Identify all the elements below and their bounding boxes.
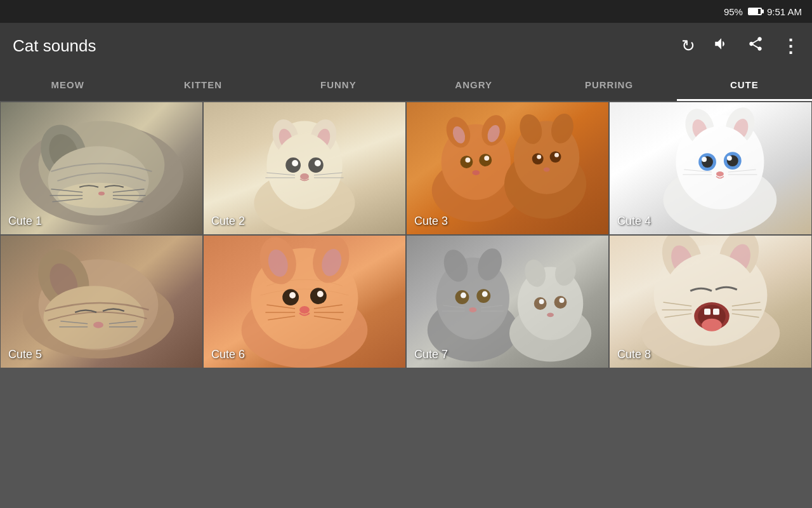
more-options-button[interactable]: ⋮ [782,36,799,57]
svg-point-55 [685,126,754,204]
grid-item-cute5[interactable]: Cute 5 [0,235,203,368]
svg-point-39 [472,170,480,175]
battery-percentage: 95% [724,6,743,17]
svg-point-19 [274,133,334,203]
app-bar-actions: ↻ ⋮ [681,36,799,57]
svg-rect-127 [713,309,719,315]
svg-point-62 [716,171,724,177]
svg-point-113 [539,299,544,304]
svg-point-23 [315,160,321,166]
sound-grid: Cute 1 Cute 2 [0,102,812,368]
battery-icon [748,8,762,15]
svg-point-125 [702,319,722,331]
status-bar: 95% 9:51 AM [0,0,812,23]
tab-meow[interactable]: MEOW [0,69,135,101]
grid-label-cute7: Cute 7 [414,348,448,361]
grid-item-cute2[interactable]: Cute 2 [203,102,406,235]
grid-label-cute3: Cute 3 [414,215,448,228]
svg-point-22 [292,160,298,166]
svg-point-86 [317,291,324,297]
svg-point-38 [484,156,489,161]
tab-kitten[interactable]: KITTEN [135,69,270,101]
app-bar: Cat sounds ↻ ⋮ [0,23,812,69]
grid-label-cute2: Cute 2 [211,215,245,228]
svg-point-48 [544,168,550,172]
svg-point-60 [702,157,707,162]
grid-item-cute7[interactable]: Cute 7 [406,235,609,368]
grid-item-cute8[interactable]: Cute 8 [609,235,812,368]
svg-point-44 [532,153,544,164]
status-time: 9:51 AM [767,6,802,17]
share-button[interactable] [747,36,764,57]
grid-label-cute1: Cute 1 [8,215,42,228]
grid-label-cute4: Cute 4 [617,215,651,228]
tab-cute[interactable]: CUTE [677,69,812,101]
svg-point-102 [469,307,476,312]
svg-point-47 [554,153,559,157]
grid-label-cute6: Cute 6 [211,348,245,361]
svg-point-72 [93,322,103,328]
app-title: Cat sounds [13,36,681,56]
svg-point-85 [289,292,296,298]
bottom-area [0,368,812,470]
svg-point-87 [299,306,310,314]
svg-point-12 [98,192,105,196]
svg-point-24 [300,173,309,180]
svg-point-61 [727,156,732,161]
tab-angry[interactable]: ANGRY [406,69,541,101]
svg-point-46 [537,155,541,159]
svg-point-100 [461,293,466,298]
volume-button[interactable] [713,36,730,57]
grid-label-cute5: Cute 5 [8,348,42,361]
grid-label-cute8: Cute 8 [617,348,651,361]
tab-purring[interactable]: PURRING [541,69,676,101]
grid-item-cute1[interactable]: Cute 1 [0,102,203,235]
svg-point-114 [559,298,564,303]
svg-point-101 [482,291,488,297]
svg-point-37 [465,157,470,163]
grid-item-cute6[interactable]: Cute 6 [203,235,406,368]
svg-point-45 [550,151,561,163]
tab-funny[interactable]: FUNNY [271,69,406,101]
svg-point-115 [547,312,554,317]
refresh-button[interactable]: ↻ [681,36,695,56]
grid-item-cute4[interactable]: Cute 4 [609,102,812,235]
grid-item-cute3[interactable]: Cute 3 [406,102,609,235]
svg-rect-126 [704,309,710,315]
tab-bar: MEOW KITTEN FUNNY ANGRY PURRING CUTE [0,69,812,102]
